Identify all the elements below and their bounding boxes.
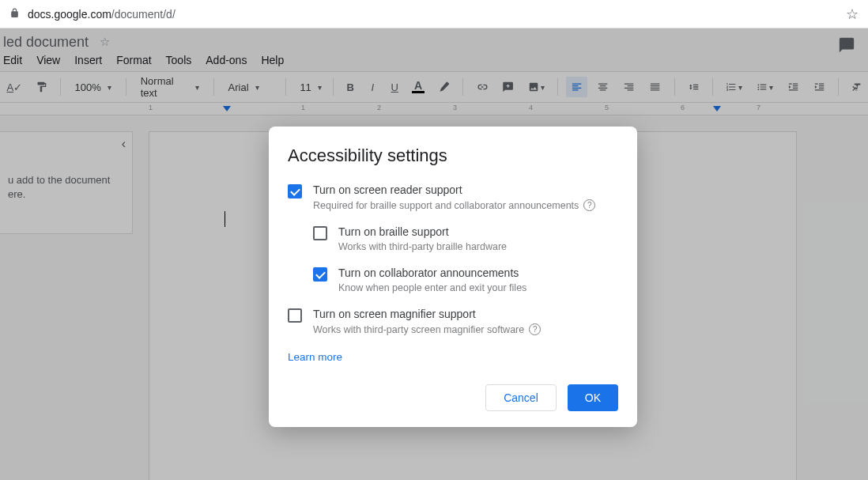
help-icon[interactable]: ? — [529, 323, 541, 335]
help-icon[interactable]: ? — [583, 199, 595, 211]
checkbox-screen-magnifier[interactable] — [288, 308, 302, 323]
option-label: Turn on screen magnifier support — [313, 308, 541, 320]
option-label: Turn on collaborator announcements — [338, 266, 526, 279]
option-screen-reader: Turn on screen reader support Required f… — [288, 183, 618, 211]
dialog-title: Accessibility settings — [288, 146, 618, 166]
url-text[interactable]: docs.google.com/document/d/ — [28, 8, 846, 21]
option-desc: Know when people enter and exit your fil… — [338, 282, 526, 293]
option-screen-magnifier: Turn on screen magnifier support Works w… — [288, 308, 618, 335]
checkbox-collaborator-announcements[interactable] — [313, 267, 327, 282]
checkbox-braille[interactable] — [313, 226, 327, 240]
learn-more-link[interactable]: Learn more — [288, 351, 342, 363]
browser-url-bar: docs.google.com/document/d/ ☆ — [0, 0, 868, 28]
bookmark-star-icon[interactable]: ☆ — [846, 6, 859, 23]
option-desc: Works with third-party braille hardware — [338, 241, 507, 252]
option-desc: Required for braille support and collabo… — [313, 199, 595, 211]
option-label: Turn on screen reader support — [313, 183, 595, 196]
dialog-button-row: Cancel OK — [288, 384, 618, 411]
cancel-button[interactable]: Cancel — [485, 384, 557, 411]
lock-icon — [9, 8, 20, 21]
checkbox-screen-reader[interactable] — [288, 184, 302, 198]
option-collaborator-announcements: Turn on collaborator announcements Know … — [313, 266, 618, 293]
option-braille: Turn on braille support Works with third… — [313, 225, 618, 252]
option-label: Turn on braille support — [338, 225, 507, 238]
ok-button[interactable]: OK — [568, 384, 618, 411]
accessibility-settings-dialog: Accessibility settings Turn on screen re… — [269, 127, 637, 427]
option-desc: Works with third-party screen magnifier … — [313, 323, 541, 335]
